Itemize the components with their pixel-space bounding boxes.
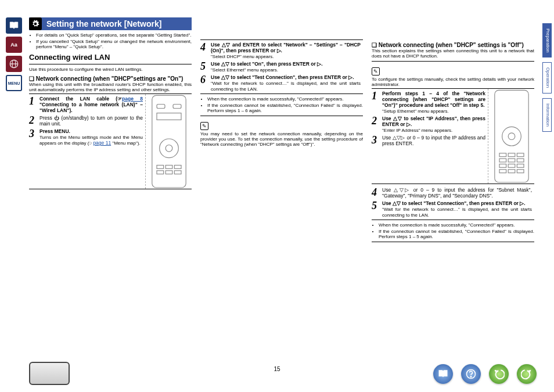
gear-icon: [29, 17, 42, 30]
tab-preparation[interactable]: Preparation: [542, 23, 552, 57]
section-title-text: Setting the network [Network]: [46, 19, 161, 28]
step-2: 2 Press ⏻ (on/standby) to turn on power …: [29, 115, 143, 127]
pencil-note-icon: ✎: [200, 122, 208, 130]
rail-globe-icon[interactable]: [6, 56, 22, 72]
intro-bullet: For details on "Quick Setup" operations,…: [36, 33, 192, 38]
column-1: Setting the network [Network] For detail…: [29, 17, 192, 244]
dhcp-off-intro: This section explains the settings when …: [372, 48, 534, 59]
step-3: 3 Press MENU.Turns on the Menu settings …: [29, 128, 143, 146]
dhcp-off-stepbox-bottom: 4Use △▽▷ or 0 – 9 to input the address f…: [372, 185, 534, 220]
right-section-tabs: Preparation Operation Information: [542, 23, 552, 132]
rail-font-icon[interactable]: Aa: [6, 37, 22, 53]
rail-menu-icon[interactable]: MENU: [6, 75, 22, 91]
footer-nav: [433, 364, 537, 384]
column-3: Network connecting (when "DHCP" settings…: [372, 17, 534, 244]
page-number: 15: [274, 366, 280, 372]
page-footer: 15: [0, 356, 554, 385]
dhcp-on-intro: When using this unit with the broadband …: [29, 82, 192, 92]
dhcp-off-heading: Network connecting (when "DHCP" settings…: [372, 42, 534, 48]
dhcp-off-note: To configure the settings manually, chec…: [372, 77, 534, 87]
nav-back-icon[interactable]: [489, 364, 509, 384]
result-bullet: When the connection is made successfully…: [379, 222, 534, 228]
link-page-8[interactable]: page 8: [122, 96, 143, 102]
dhcp-off-stepbox-top: 1Perform steps 1 – 4 of the "Network con…: [372, 88, 534, 184]
tab-operation[interactable]: Operation: [542, 62, 552, 93]
section-title: Setting the network [Network]: [29, 17, 192, 30]
left-icon-rail: Aa MENU: [6, 17, 23, 91]
intro-bullets: For details on "Quick Setup" operations,…: [29, 33, 192, 49]
step-1: 1 Connect the LAN cable (☞page 8 "Connec…: [29, 96, 143, 113]
result-bullet: If the connection cannot be established,…: [207, 103, 363, 113]
column-2: 4Use △▽ and ENTER to select "Network" – …: [200, 17, 363, 244]
connecting-intro: Use this procedure to configure the wire…: [29, 67, 192, 72]
tab-information[interactable]: Information: [542, 98, 552, 132]
pencil-note-icon: ✎: [372, 67, 380, 75]
col2-note: You may need to set the network connecti…: [200, 131, 363, 147]
nav-help-icon[interactable]: [461, 364, 481, 384]
dhcp-on-stepbox: 1 Connect the LAN cable (☞page 8 "Connec…: [29, 93, 192, 189]
device-thumbnail[interactable]: [29, 362, 70, 385]
svg-point-31: [470, 376, 471, 377]
svg-rect-15: [494, 90, 528, 182]
connecting-heading: Connecting wired LAN: [29, 53, 192, 62]
dhcp-on-heading: Network connecting (when "DHCP"settings …: [29, 75, 192, 82]
col2-stepbox: 4Use △▽ and ENTER to select "Network" – …: [200, 39, 363, 94]
rail-book-icon[interactable]: [6, 17, 22, 34]
remote-illustration: [145, 94, 192, 189]
nav-book-icon[interactable]: [433, 364, 453, 384]
result-bullet: When the connection is made successfully…: [207, 96, 363, 102]
page-content: Setting the network [Network] For detail…: [29, 17, 534, 244]
result-bullet: If the connection cannot be established,…: [379, 229, 534, 239]
nav-forward-icon[interactable]: [517, 364, 537, 384]
remote-illustration: [488, 89, 534, 184]
intro-bullet: If you cancelled "Quick Setup" menu or c…: [36, 39, 192, 49]
link-page-11[interactable]: page 11: [93, 140, 111, 146]
